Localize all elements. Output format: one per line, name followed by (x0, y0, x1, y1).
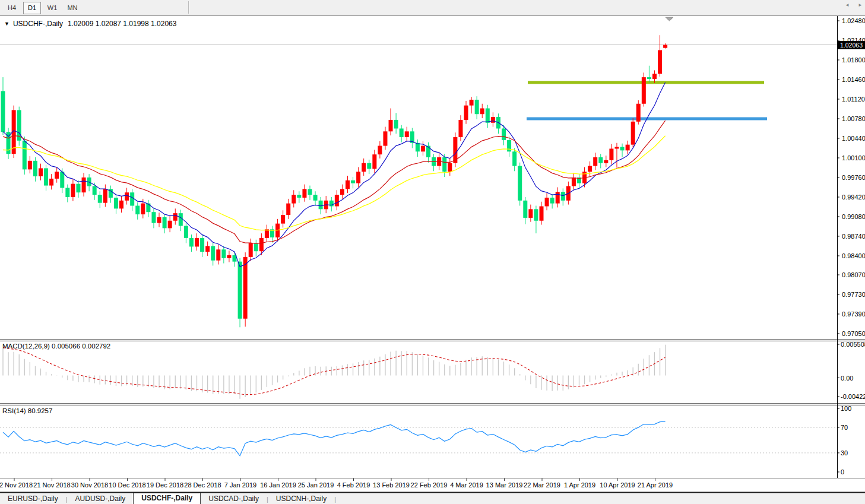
date-axis-label: 12 Nov 2018 (0, 481, 33, 489)
price-axis-label: 1.00100 (842, 154, 865, 161)
tab-scroll-right-icon[interactable]: ► (858, 2, 863, 8)
macd-histogram (3, 345, 666, 399)
macd-axis-label: -0.004221 (841, 393, 865, 400)
date-axis-label: 25 Jan 2019 (298, 481, 334, 489)
rsi-axis-label: 100 (841, 405, 851, 412)
date-axis-label: 21 Apr 2019 (638, 481, 673, 489)
date-axis-label: 13 Mar 2019 (486, 481, 523, 489)
price-axis-label: 0.98740 (842, 233, 865, 240)
rsi-axis-label: 0 (841, 468, 844, 476)
timeframe-button-d1[interactable]: D1 (23, 2, 41, 14)
price-axis-label: 0.97730 (842, 291, 865, 298)
rsi-value: 80.9257 (28, 407, 53, 414)
toolbar-divider (188, 1, 189, 14)
macd-axis-label: 0.005508 (841, 341, 865, 348)
timeframe-button-h4[interactable]: H4 (3, 2, 21, 14)
price-axis-label: 0.97390 (842, 310, 865, 318)
tab-separator: | (334, 495, 336, 504)
price-axis-label: 0.98070 (842, 271, 865, 278)
price-axis-label: 1.00440 (842, 135, 865, 142)
timeframe-toolbar: H4D1W1MN (0, 0, 865, 16)
price-axis-label: 0.97050 (842, 330, 865, 337)
tab-scroll-left-icon[interactable]: ◄ (845, 2, 850, 8)
date-axis-label: 21 Nov 2018 (33, 481, 70, 489)
date-axis-label: 4 Feb 2019 (337, 481, 370, 489)
macd-axis-label: 0.00 (841, 375, 853, 382)
chart-tabs-bar: EURUSD-,Daily|AUDUSD-,DailyUSDCHF-,Daily… (0, 493, 865, 504)
macd-signal-line (3, 348, 666, 395)
date-axis-label: 13 Feb 2019 (373, 481, 410, 489)
date-axis-label: 7 Jan 2019 (224, 481, 256, 489)
ohlc-values: 1.02009 1.02087 1.01998 1.02063 (68, 20, 177, 28)
rsi-name: RSI(14) (2, 407, 26, 414)
date-axis-label: 16 Jan 2019 (260, 481, 296, 489)
price-axis-label: 0.98400 (842, 252, 865, 259)
rsi-indicator-label: RSI(14) 80.9257 (2, 407, 52, 414)
macd-indicator-label: MACD(12,26,9) 0.005066 0.002792 (2, 343, 110, 350)
date-axis-label: 4 Mar 2019 (450, 481, 483, 489)
price-axis-label: 1.00780 (842, 115, 865, 122)
price-axis-label: 1.01460 (842, 76, 865, 83)
timeframe-button-w1[interactable]: W1 (43, 2, 61, 14)
current-price-box: 1.02063 (838, 41, 865, 49)
macd-name: MACD(12,26,9) (2, 343, 50, 350)
date-axis-label: 30 Nov 2018 (71, 481, 108, 489)
date-axis-label: 19 Dec 2018 (147, 481, 183, 489)
rsi-axis-label: 30 (841, 449, 848, 457)
date-axis-label: 1 Apr 2019 (564, 481, 595, 489)
ma-mid-line (3, 121, 666, 243)
symbol-label: USDCHF-,Daily (13, 20, 63, 28)
date-axis-label: 28 Dec 2018 (184, 481, 221, 489)
price-axis-label: 1.01120 (842, 96, 865, 103)
timeframe-button-mn[interactable]: MN (64, 2, 81, 14)
chart-title: ▼USDCHF-,Daily1.02009 1.02087 1.01998 1.… (4, 20, 176, 28)
chart-tab-eurusd[interactable]: EURUSD-,Daily (0, 495, 66, 504)
mt4-terminal-window: H4D1W1MN ▼USDCHF-,Daily1.02009 1.02087 1… (0, 0, 865, 504)
price-axis-label: 1.02480 (842, 17, 865, 24)
date-axis-label: 22 Mar 2019 (524, 481, 560, 489)
price-axis-label: 1.01800 (842, 56, 865, 64)
rsi-line (3, 421, 666, 456)
candles (1, 35, 668, 327)
tabbar-scroll-arrows: ◄ ► (838, 2, 863, 8)
price-chart-canvas[interactable] (0, 0, 865, 504)
resistance-line[interactable] (528, 81, 764, 84)
date-axis-label: 22 Feb 2019 (411, 481, 448, 489)
rsi-axis-label: 70 (841, 424, 848, 431)
chart-tab-audusd[interactable]: AUDUSD-,Daily (68, 495, 134, 504)
price-axis-label: 0.99760 (842, 174, 865, 181)
collapse-arrow-icon[interactable]: ▼ (4, 21, 9, 27)
price-axis-label: 0.99080 (842, 213, 865, 220)
date-axis-label: 10 Apr 2019 (600, 481, 635, 489)
macd-values: 0.005066 0.002792 (52, 343, 110, 350)
chart-tab-usdcnh[interactable]: USDCNH-,Daily (268, 495, 334, 504)
date-axis-label: 10 Dec 2018 (109, 481, 145, 489)
price-axis-label: 0.99420 (842, 194, 865, 201)
chart-tab-usdchf[interactable]: USDCHF-,Daily (133, 493, 201, 504)
autoscroll-marker-icon[interactable] (666, 17, 673, 21)
ma-slow-line (3, 136, 666, 231)
chart-tab-usdcad[interactable]: USDCAD-,Daily (201, 495, 267, 504)
